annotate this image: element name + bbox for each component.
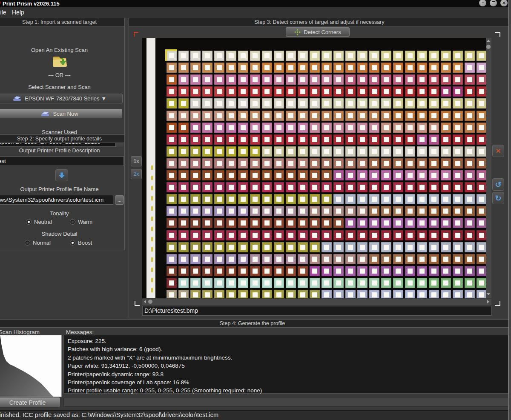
color-patch: [214, 230, 224, 240]
color-patch: [465, 63, 475, 73]
color-patch: [381, 74, 391, 85]
color-patch: [441, 86, 451, 97]
color-patch: [214, 278, 224, 288]
menu-file[interactable]: File: [0, 8, 8, 17]
color-patch: [298, 146, 308, 157]
browse-button[interactable]: ...: [115, 195, 124, 205]
scan-image[interactable]: [142, 38, 486, 298]
vertical-scrollbar[interactable]: [486, 38, 491, 298]
horizontal-scrollbar[interactable]: [142, 299, 491, 305]
color-patch: [262, 278, 272, 288]
description-input[interactable]: test: [0, 156, 124, 166]
create-profile-button[interactable]: Create Profile: [0, 397, 60, 408]
scroll-up-arrow-icon[interactable]: [487, 40, 490, 42]
color-patch: [453, 123, 463, 133]
description-label: Output Printer Profile Description: [0, 147, 124, 154]
zoom-1x-button[interactable]: 1x: [131, 156, 142, 166]
rotate-cw-button[interactable]: ↻: [492, 192, 504, 204]
color-patch: [441, 123, 451, 133]
zoom-2x-button[interactable]: 2x: [131, 169, 142, 179]
color-patch: [298, 111, 308, 121]
color-patch: [465, 146, 475, 157]
color-patch: [274, 194, 284, 204]
color-patch: [262, 290, 272, 298]
color-patch: [333, 230, 344, 240]
shadow-normal-radio[interactable]: Normal: [25, 240, 51, 246]
color-patch: [286, 111, 296, 121]
color-patch: [465, 74, 475, 85]
color-patch: [441, 182, 451, 192]
color-patch: [322, 146, 332, 157]
color-patch: [190, 278, 201, 288]
color-patch: [441, 146, 451, 157]
color-patch: [274, 230, 284, 240]
color-patch: [226, 230, 236, 240]
color-patch: [393, 146, 403, 157]
color-patch: [477, 290, 486, 298]
color-patch: [274, 86, 284, 97]
color-patch: [441, 170, 451, 180]
tonality-warm-radio[interactable]: Warm: [70, 219, 92, 225]
color-patch: [477, 182, 486, 192]
color-patch: [405, 194, 415, 204]
color-patch: [286, 74, 296, 85]
color-patch: [298, 170, 308, 180]
shadow-boost-radio[interactable]: Boost: [70, 240, 92, 246]
color-patch: [357, 111, 367, 121]
color-patch: [441, 278, 451, 288]
color-patch: [465, 290, 475, 298]
color-patch: [393, 98, 403, 109]
color-patch: [310, 206, 320, 216]
color-patch: [274, 290, 284, 298]
color-patch: [405, 98, 415, 109]
detect-corners-button[interactable]: Detect Corners: [286, 27, 350, 37]
corner-marker-top-right[interactable]: [495, 32, 500, 37]
scroll-left-arrow-icon[interactable]: [144, 300, 146, 303]
image-path-input[interactable]: D:\Pictures\test.bmp: [142, 306, 491, 316]
color-patch: [250, 111, 260, 121]
color-patch: [369, 158, 379, 169]
color-patch: [429, 182, 439, 192]
color-patch: [477, 206, 486, 216]
scanner-select-dropdown[interactable]: EPSON WF-7820/7840 Series ▼: [0, 94, 123, 103]
rotate-ccw-button[interactable]: ↺: [492, 178, 504, 191]
color-patch: [345, 146, 356, 157]
menu-help[interactable]: Help: [10, 8, 26, 17]
file-name-input[interactable]: ows\System32\spool\drivers\color\test.ic…: [0, 195, 113, 205]
color-patch: [453, 111, 463, 121]
delete-corner-button[interactable]: ✕: [492, 145, 504, 157]
color-patch: [238, 230, 248, 240]
tonality-neutral-radio[interactable]: Neutral: [26, 219, 52, 225]
scan-now-icon: [40, 111, 50, 117]
color-patch: [286, 98, 296, 109]
color-patch: [298, 63, 308, 73]
corner-marker-top-left[interactable]: [134, 32, 138, 37]
maximize-button[interactable]: [490, 0, 497, 6]
color-patch: [345, 74, 356, 85]
close-button[interactable]: ✕: [500, 0, 508, 6]
color-patch: [190, 74, 201, 85]
color-patch: [477, 278, 486, 288]
color-patch: [345, 278, 356, 288]
shadow-boost-label: Boost: [78, 240, 92, 246]
progress-bar: [63, 398, 508, 407]
color-patch: [322, 182, 332, 192]
horizontal-scrollbar-thumb[interactable]: [148, 300, 152, 304]
status-text: Finished. ICC profile saved as: C:\Windo…: [0, 410, 218, 420]
open-scan-button[interactable]: [52, 54, 68, 69]
vertical-scrollbar-thumb[interactable]: [486, 45, 491, 49]
color-patch: [369, 218, 379, 228]
scan-now-button[interactable]: Scan Now: [0, 109, 123, 119]
color-patch: [250, 194, 260, 204]
color-patch: [369, 123, 379, 133]
minimize-button[interactable]: –: [479, 0, 486, 6]
copy-description-button[interactable]: [55, 169, 68, 181]
corner-marker-bottom-left[interactable]: [135, 301, 140, 306]
corner-marker-bottom-right[interactable]: [495, 301, 500, 306]
scroll-right-arrow-icon[interactable]: [487, 300, 489, 303]
scroll-down-arrow-icon[interactable]: [487, 293, 490, 295]
color-patch: [298, 182, 308, 192]
step1-header: Step 1: Import a scanned target: [0, 18, 124, 26]
select-scanner-label: Select Scanner and Scan: [0, 84, 124, 90]
color-patch: [322, 111, 332, 121]
